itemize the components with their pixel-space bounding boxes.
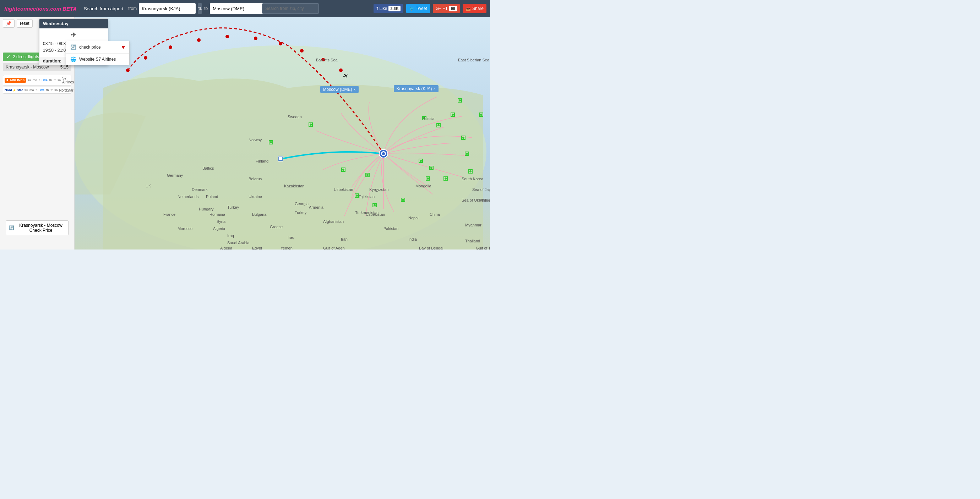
tajikistan-label: Tajikistan	[359, 194, 375, 199]
share-label: Share	[472, 6, 484, 11]
mongolia-label: Mongolia	[415, 184, 432, 188]
krasnoyarsk-map-label[interactable]: Krasnoyarsk (KJA) ×	[394, 85, 439, 92]
greece-label: Greece	[270, 225, 283, 229]
like-count: 2.6K	[388, 6, 400, 11]
s7-day-su[interactable]: su	[27, 78, 32, 82]
krasnoyarsk-center	[382, 152, 385, 155]
swap-button[interactable]: ⇅	[198, 3, 202, 14]
check-price-icon: 🔄	[9, 226, 14, 230]
svg-point-39	[126, 68, 130, 72]
svg-point-46	[300, 49, 304, 52]
google-label: +1	[443, 6, 448, 11]
svg-point-48	[339, 68, 343, 72]
moscow-close-button[interactable]: ×	[354, 87, 356, 92]
pin-button[interactable]: 📌	[3, 19, 14, 28]
thailand-label: Thailand	[465, 239, 480, 243]
s7-logo: ✈ AIRLINES	[5, 78, 26, 83]
uzbekistan2-label: Uzbekistan	[366, 212, 385, 216]
s7-day-th[interactable]: th	[49, 78, 53, 82]
moscow-label-text: Moscow (DME)	[323, 87, 352, 92]
belarus-label: Belarus	[248, 177, 262, 181]
nordstar-day-th[interactable]: th	[45, 88, 50, 92]
google-plus-button[interactable]: G+ +1 99	[433, 4, 460, 13]
turkey-label: Turkey	[227, 205, 239, 210]
like-label: Like	[379, 6, 387, 11]
s7-day-sa[interactable]: sa	[57, 78, 62, 82]
uk-label: UK	[146, 184, 151, 188]
romania-label: Romania	[210, 212, 226, 216]
share-icon: 📤	[466, 6, 471, 11]
moscow-inner	[279, 157, 282, 160]
site-logo: flightconnections.com BETA	[0, 6, 81, 12]
saudi-label: Saudi Arabia	[227, 241, 250, 245]
svg-point-2	[270, 141, 272, 143]
check-price-menu-label: check price	[79, 45, 101, 50]
check-price-menu-item[interactable]: 🔄 check price ♥	[66, 41, 129, 54]
share-button[interactable]: 📤 Share	[463, 4, 487, 13]
svg-point-43	[226, 35, 229, 38]
svg-point-36	[480, 114, 482, 116]
city-search-input[interactable]	[262, 3, 319, 14]
hungary-label: Hungary	[199, 207, 214, 211]
map-area[interactable]: ✈	[75, 17, 490, 249]
nordstar-day-fr[interactable]: fr	[50, 88, 54, 92]
nordstar-day-su[interactable]: su	[24, 88, 29, 92]
netherlands-label: Netherlands	[178, 194, 199, 199]
pin-icon: 📌	[6, 21, 11, 26]
site-name: flightconnections.com	[4, 6, 61, 12]
s7-day-tu[interactable]: tu	[38, 78, 42, 82]
poland-label: Poland	[206, 194, 218, 199]
s7-day-mo[interactable]: mo	[32, 78, 38, 82]
flight1-separator: -	[55, 41, 57, 46]
header: flightconnections.com BETA Search from a…	[0, 0, 490, 17]
nordstar-day-we[interactable]: we	[40, 88, 45, 92]
from-airport-input[interactable]	[139, 3, 196, 14]
uzbekistan-label: Uzbekistan	[334, 188, 353, 192]
s7-day-fr[interactable]: fr	[53, 78, 56, 82]
search-bar: Search from airport from ⇅ to	[81, 3, 258, 14]
flight2-separator: -	[55, 48, 57, 53]
s7-airline-row[interactable]: ✈ AIRLINES su mo tu we th fr sa S7 Airli…	[3, 75, 72, 86]
svg-point-8	[342, 168, 344, 171]
morocco-label: Morocco	[178, 226, 192, 231]
facebook-icon: f	[376, 6, 378, 11]
svg-point-44	[254, 37, 258, 40]
algeria-label: Algeria	[220, 246, 232, 249]
egypt-label: Egypt	[252, 246, 262, 249]
svg-point-40	[144, 56, 147, 60]
algeria2-label: Algeria	[213, 226, 226, 231]
kyrgyzstan-label: Kyrgyzstan	[369, 188, 388, 192]
check-price-menu-icon: 🔄	[70, 44, 76, 50]
reset-button[interactable]: reset	[17, 19, 33, 28]
facebook-like-button[interactable]: f Like 2.6K	[374, 4, 403, 13]
svg-point-42	[197, 38, 200, 42]
s7-day-we[interactable]: we	[43, 78, 48, 82]
turkey2-label: Turkey	[295, 210, 307, 215]
svg-point-10	[356, 194, 358, 197]
svg-point-22	[452, 114, 454, 116]
nordstar-day-sa[interactable]: sa	[54, 88, 59, 92]
check-price-button[interactable]: 🔄 Krasnoyarsk - Moscow Check Price	[6, 220, 68, 235]
svg-point-12	[420, 160, 422, 162]
tweet-button[interactable]: 🐦 Tweet	[406, 4, 430, 13]
nordstar-day-tu[interactable]: tu	[35, 88, 40, 92]
krasnoyarsk-close-button[interactable]: ×	[434, 87, 436, 91]
tweet-label: Tweet	[416, 6, 427, 11]
website-menu-item[interactable]: 🌐 Website S7 Airlines	[66, 54, 129, 65]
nepal-label: Nepal	[408, 216, 418, 220]
iraq-label: Iraq	[227, 234, 234, 238]
website-menu-label: Website S7 Airlines	[79, 57, 116, 62]
search-label: Search from airport	[81, 6, 126, 11]
moscow-map-label[interactable]: Moscow (DME) ×	[320, 86, 359, 93]
svg-point-34	[374, 204, 375, 206]
denmark-label: Denmark	[192, 188, 208, 192]
nordstar-airline-row[interactable]: Nord ★ Star su mo tu we th fr sa NordSta…	[3, 87, 72, 94]
barents-sea-label: Barents Sea	[316, 58, 338, 62]
france-label: France	[163, 212, 175, 216]
sea-japan-label: Sea of Japan	[472, 188, 490, 192]
nordstar-day-mo[interactable]: mo	[29, 88, 35, 92]
afghanistan-label: Afghanistan	[323, 219, 344, 224]
krasnoyarsk-label-text: Krasnoyarsk (KJA)	[397, 86, 432, 91]
svg-point-28	[445, 178, 447, 180]
baltics-label: Baltics	[202, 166, 214, 170]
